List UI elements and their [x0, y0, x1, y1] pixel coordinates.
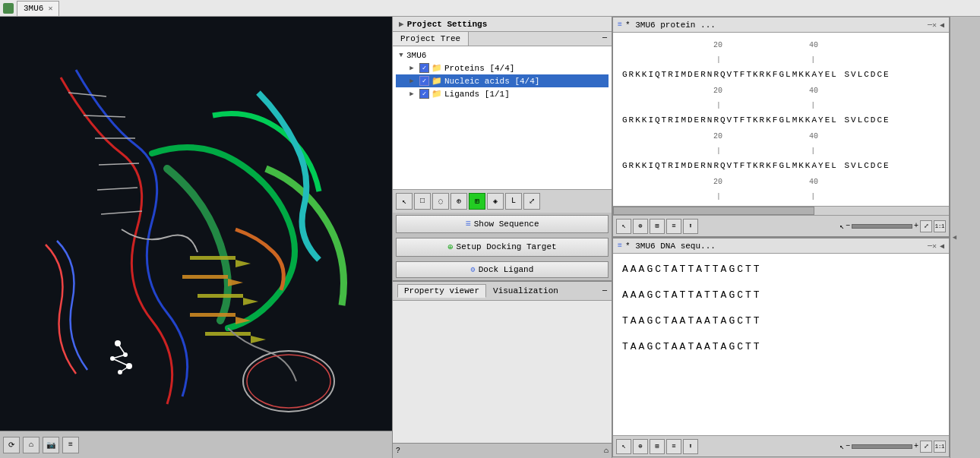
ruler-1-tick: | | — [622, 54, 940, 66]
tool-render[interactable]: ◈ — [487, 193, 504, 210]
mol-canvas[interactable] — [0, 17, 392, 431]
nucleic-label: Nucleic acids [4/4] — [444, 77, 539, 86]
protein-seq-window: ≡ * 3MU6 protein ... — ✕ ◀ 20 40 | | GR — [612, 17, 950, 237]
dna-seq-titlebar: ≡ * 3MU6 DNA sequ... — ✕ ◀ — [613, 238, 949, 254]
zoom-fit[interactable]: ⤢ — [920, 220, 932, 232]
dna-zoom-cursor-icon[interactable]: ↖ — [839, 442, 844, 451]
setup-docking-icon: ⊕ — [447, 242, 453, 253]
tree-item-ligands[interactable]: ▶ ✓ 📁 Ligands [1/1] — [396, 87, 609, 100]
dna-tool-grid[interactable]: ⊞ — [650, 439, 665, 454]
seq-line-3: GRKKIQTRIMDERNRQVTFTKRKFGLMKKAYEL SVLCDC… — [622, 159, 940, 174]
nucleic-folder-icon: 📁 — [432, 76, 442, 86]
tab-label: 3MU6 — [24, 4, 43, 13]
nucleic-expand-icon[interactable]: ▶ — [406, 77, 417, 85]
dna-zoom-plus[interactable]: + — [914, 442, 918, 450]
proteins-expand-icon[interactable]: ▶ — [406, 64, 417, 72]
dna-tool-list[interactable]: ≡ — [666, 439, 681, 454]
main-layout: ⟳ ⌂ 📷 ≡ ▶ Project Settings Project Tree … — [0, 17, 980, 458]
proteins-checkbox[interactable]: ✓ — [419, 63, 429, 73]
dna-tool-zoom-in[interactable]: ⊕ — [633, 439, 648, 454]
zoom-slider[interactable] — [852, 224, 912, 229]
molecule-svg — [0, 17, 392, 431]
dna-zoom-slider[interactable] — [852, 444, 912, 449]
root-label: 3MU6 — [406, 51, 426, 60]
viewer-toolbar: ↖ □ ◌ ⊕ ⊞ ◈ L ⤢ — [393, 189, 612, 213]
protein-seq-collapse[interactable]: ◀ — [940, 21, 944, 30]
viewer-bottom-bar: ⟳ ⌂ 📷 ≡ — [0, 431, 392, 458]
dna-zoom-100[interactable]: 1:1 — [934, 441, 946, 453]
seq-zoom-controls: ↖ − + ⤢ 1:1 — [839, 220, 946, 232]
property-viewer-tab[interactable]: Property viewer — [397, 284, 486, 298]
property-body — [393, 301, 612, 444]
project-tree-body: ▼ 3MU6 ▶ ✓ 📁 Proteins [4/4] ▶ ✓ 📁 Nuclei… — [393, 46, 612, 189]
viewer-btn-1[interactable]: ⟳ — [3, 437, 20, 453]
property-viewer-header: Property viewer Visualization — — [393, 280, 612, 301]
visualization-tab[interactable]: Visualization — [486, 284, 565, 298]
mid-bottom-bar: ? ⌂ — [393, 443, 612, 458]
ruler-2: 20 40 — [622, 84, 940, 98]
tab-close-btn[interactable]: ✕ — [48, 4, 52, 13]
app-titlebar: 3MU6 ✕ — [0, 0, 980, 17]
tool-expand[interactable]: ⤢ — [523, 193, 540, 210]
dock-ligand-label: Dock Ligand — [479, 265, 534, 274]
dna-seq-collapse[interactable]: ◀ — [940, 242, 944, 251]
nucleic-checkbox[interactable]: ✓ — [419, 76, 429, 86]
tool-center[interactable]: ⊞ — [469, 193, 485, 210]
seq-tool-list[interactable]: ≡ — [666, 219, 681, 234]
ligands-expand-icon[interactable]: ▶ — [406, 90, 417, 98]
tool-label[interactable]: L — [505, 193, 522, 210]
dna-seq-icon: ≡ — [618, 242, 622, 250]
dna-zoom-controls: ↖ − + ⤢ 1:1 — [839, 441, 946, 453]
dna-seq-window: ≡ * 3MU6 DNA sequ... — ✕ ◀ AAAGCTATTATTA… — [612, 237, 950, 457]
protein-seq-content: 20 40 | | GRKKIQTRIMDERNRQVTFTKRKFGLMKKA… — [613, 33, 949, 206]
ruler-4-tick: | | — [622, 191, 940, 203]
proteins-folder-icon: 📁 — [432, 63, 442, 73]
pv-minimize-btn[interactable]: — — [602, 286, 607, 295]
ruler-2-tick: | | — [622, 99, 940, 112]
dna-seq-toolbar: ↖ ⊕ ⊞ ≡ ⬆ ↖ − + ⤢ 1:1 — [613, 435, 949, 456]
tool-zoom[interactable]: ⊕ — [450, 193, 467, 210]
dna-zoom-minus[interactable]: − — [846, 442, 850, 450]
dna-zoom-fit[interactable]: ⤢ — [920, 441, 932, 453]
protein-seq-toolbar: ↖ ⊕ ⊞ ≡ ⬆ ↖ − + ⤢ 1:1 — [613, 215, 949, 236]
root-expand-icon[interactable]: ▼ — [396, 52, 406, 59]
zoom-minus[interactable]: − — [846, 222, 850, 230]
seq-tool-grid[interactable]: ⊞ — [650, 219, 665, 234]
status-right: ⌂ — [604, 447, 609, 455]
main-tab[interactable]: 3MU6 ✕ — [17, 1, 59, 16]
collapse-icon[interactable]: ▶ — [399, 19, 404, 29]
tree-minimize-btn[interactable]: — — [598, 32, 612, 46]
tool-lasso[interactable]: ◌ — [432, 193, 449, 210]
tree-item-proteins[interactable]: ▶ ✓ 📁 Proteins [4/4] — [396, 62, 609, 74]
collapse-arrow-icon: ◀ — [953, 233, 956, 242]
tool-select[interactable]: ↖ — [396, 193, 413, 210]
viewer-btn-4[interactable]: ≡ — [62, 437, 79, 453]
dna-seq-line-3: TAAGCTAATAATAGCTT — [622, 311, 940, 331]
ligands-checkbox[interactable]: ✓ — [419, 89, 429, 99]
protein-seq-scrollbar[interactable] — [613, 206, 949, 215]
seq-tool-cursor[interactable]: ↖ — [616, 219, 631, 234]
dna-seq-line-2: AAAGCTATTATTAGCTT — [622, 286, 940, 305]
middle-panel: ▶ Project Settings Project Tree — ▼ 3MU6… — [392, 17, 612, 458]
dna-seq-close[interactable]: ✕ — [932, 242, 937, 251]
seq-tool-export[interactable]: ⬆ — [683, 219, 698, 234]
zoom-100[interactable]: 1:1 — [934, 220, 946, 232]
show-sequence-btn[interactable]: ≡ Show Sequence — [396, 215, 609, 233]
right-panel: ≡ * 3MU6 protein ... — ✕ ◀ 20 40 | | GR — [612, 17, 950, 458]
setup-docking-btn[interactable]: ⊕ Setup Docking Target — [396, 238, 609, 257]
protein-seq-close[interactable]: ✕ — [932, 21, 937, 30]
viewer-btn-2[interactable]: ⌂ — [23, 437, 40, 453]
dock-ligand-btn[interactable]: ⚙ Dock Ligand — [396, 261, 609, 278]
seq-tool-zoom-in[interactable]: ⊕ — [633, 219, 648, 234]
dna-tool-cursor[interactable]: ↖ — [616, 439, 631, 454]
tool-rect[interactable]: □ — [414, 193, 431, 210]
ruler-3-tick: | | — [622, 145, 940, 157]
right-collapse-handle[interactable]: ◀ — [950, 17, 959, 458]
protein-seq-icon: ≡ — [618, 21, 622, 29]
tree-item-nucleic[interactable]: ▶ ✓ 📁 Nucleic acids [4/4] — [396, 74, 609, 87]
dna-tool-export[interactable]: ⬆ — [683, 439, 698, 454]
zoom-cursor-icon[interactable]: ↖ — [839, 222, 844, 231]
zoom-plus[interactable]: + — [914, 222, 918, 230]
project-tree-tab[interactable]: Project Tree — [393, 32, 469, 46]
viewer-btn-3[interactable]: 📷 — [43, 437, 59, 453]
